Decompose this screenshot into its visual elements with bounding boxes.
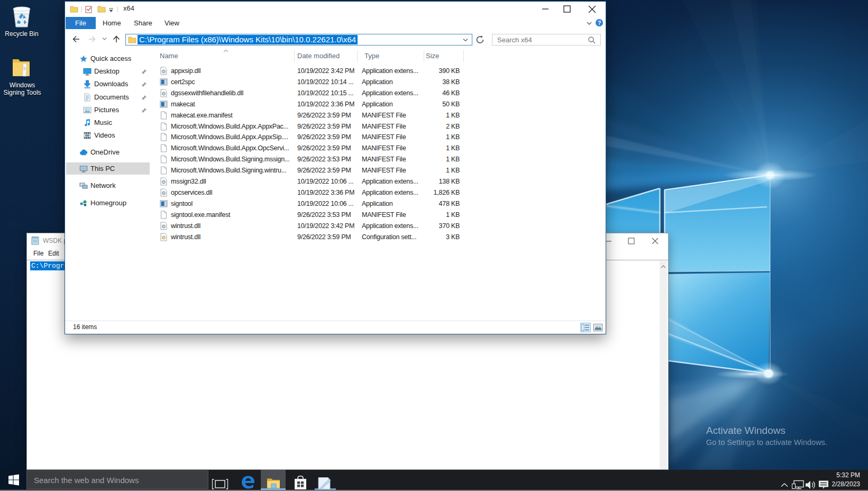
svg-text:?: ? bbox=[598, 20, 601, 26]
svg-text:Activate Windows: Activate Windows bbox=[706, 425, 785, 436]
svg-text:Go to Settings to activate Win: Go to Settings to activate Windows. bbox=[706, 438, 827, 447]
